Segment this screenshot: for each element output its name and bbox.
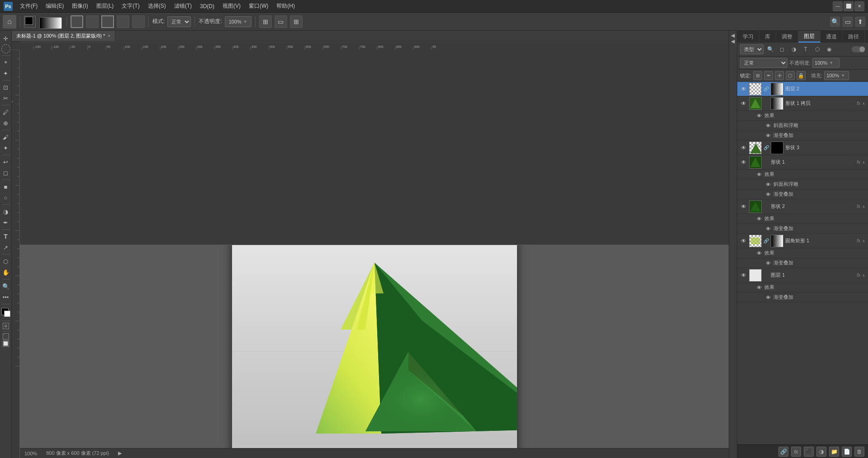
pixel-filter-icon[interactable]: ◻	[777, 44, 787, 54]
background-swatch[interactable]	[4, 311, 10, 317]
shape-tool[interactable]: ⬡	[1, 256, 11, 266]
layers-filter-select[interactable]: 类型	[740, 44, 764, 54]
lock-artboard-btn[interactable]: ⬡	[786, 71, 795, 80]
eye-bevel-shape1[interactable]: 👁	[764, 181, 772, 188]
eye-shape1copy[interactable]: 👁	[740, 100, 747, 107]
move-tool[interactable]: ✛	[1, 33, 11, 43]
add-layer-btn[interactable]: 📄	[842, 447, 852, 457]
tab-layers[interactable]: 图层	[798, 31, 821, 42]
gradient-effect-shape1copy[interactable]: 👁 渐变叠加	[737, 131, 868, 141]
document-tab[interactable]: 未标题-1 @ 100% (图层 2, 图层蒙版/8) * ×	[12, 31, 115, 41]
eraser-tool[interactable]: ◻	[1, 168, 11, 178]
arrange-btn[interactable]: ⊞	[259, 15, 272, 28]
tab-close-btn[interactable]: ×	[108, 33, 110, 38]
add-group-btn[interactable]: 📁	[829, 447, 839, 457]
chevron-rounded-rect1[interactable]: ∧	[862, 239, 865, 243]
lock-move-btn[interactable]: ✛	[775, 71, 784, 80]
menu-3d[interactable]: 3D(D)	[196, 2, 218, 11]
eye-gradient-shape1[interactable]: 👁	[764, 191, 772, 198]
brush-tool[interactable]: 🖌	[1, 132, 11, 142]
chevron-layer1[interactable]: ∧	[862, 273, 865, 278]
smart-filter-icon[interactable]: ◉	[824, 44, 834, 54]
layer-search-icon[interactable]: 🔍	[765, 44, 775, 54]
canvas-extra[interactable]: ▶	[118, 450, 122, 456]
dodge-tool[interactable]: ◑	[1, 207, 11, 217]
more-tool[interactable]: •••	[1, 292, 11, 302]
mode-select[interactable]: 正常	[167, 16, 191, 27]
eye-layer1[interactable]: 👁	[740, 272, 747, 279]
crop-tool[interactable]: ⊡	[1, 82, 11, 92]
eye-gradient-shape1copy[interactable]: 👁	[764, 132, 772, 139]
layer-row-shape1[interactable]: 👁 形状 1 fx ∧	[737, 155, 868, 170]
effect-row-layer1-header[interactable]: 👁 效果	[737, 283, 868, 293]
layout-btn[interactable]: ▭	[843, 17, 853, 27]
eye-effect-shape1copy[interactable]: 👁	[755, 112, 763, 119]
layer-row-layer2[interactable]: 👁 🔗 图层 2	[737, 82, 868, 96]
eye-shape3[interactable]: 👁	[740, 144, 747, 151]
shape-fixed-btn[interactable]	[86, 15, 99, 28]
menu-text[interactable]: 文字(T)	[118, 1, 143, 11]
slice-tool[interactable]: ✂	[1, 93, 11, 103]
gradient-effect-shape1[interactable]: 👁 渐变叠加	[737, 189, 868, 199]
shape-tall-btn[interactable]	[132, 15, 145, 28]
history-brush-tool[interactable]: ↩	[1, 157, 11, 167]
pen-tool[interactable]: ✒	[1, 217, 11, 227]
screen-mode-btn[interactable]: ▭	[275, 15, 287, 28]
home-button[interactable]: ⌂	[3, 15, 16, 28]
chevron-shape1[interactable]: ∧	[862, 160, 865, 165]
close-button[interactable]: ✕	[854, 1, 864, 11]
maximize-button[interactable]: ⬜	[844, 1, 854, 11]
tab-channels[interactable]: 通道	[821, 31, 843, 42]
layer-row-shape2[interactable]: 👁 形状 2 fx ∧	[737, 199, 868, 214]
share-btn[interactable]: ⬆	[855, 17, 865, 27]
screen-mode-icon[interactable]: ⬛	[3, 333, 9, 340]
eye-rounded-rect1[interactable]: 👁	[740, 237, 747, 245]
shape-outline-btn[interactable]	[101, 15, 114, 28]
chevron-shape2[interactable]: ∧	[862, 204, 865, 209]
effect-row-roundedrect1-header[interactable]: 👁 效果	[737, 248, 868, 258]
bevel-effect-shape1[interactable]: 👁 斜面和浮雕	[737, 179, 868, 189]
lock-pixels-btn[interactable]: ⊞	[753, 71, 762, 80]
filter-toggle[interactable]	[852, 46, 865, 52]
eye-shape1[interactable]: 👁	[740, 159, 747, 166]
color-swatch[interactable]	[1, 308, 10, 317]
menu-filter[interactable]: 滤镜(T)	[171, 1, 195, 11]
eyedropper-tool[interactable]: 🖊	[1, 107, 11, 117]
chevron-shape1copy[interactable]: ∧	[862, 101, 865, 106]
eye-gradient-shape2[interactable]: 👁	[764, 225, 772, 232]
stamp-tool[interactable]: ✦	[1, 143, 11, 153]
delete-layer-btn[interactable]: 🗑	[854, 447, 864, 457]
fullscreen-icon[interactable]: ⬜	[3, 340, 9, 347]
menu-edit[interactable]: 编辑(E)	[42, 1, 67, 11]
lock-paint-btn[interactable]: ✒	[764, 71, 773, 80]
eye-gradient-roundedrect1[interactable]: 👁	[764, 260, 772, 267]
eye-effect-shape2[interactable]: 👁	[755, 215, 763, 222]
tab-learn[interactable]: 学习	[737, 31, 759, 42]
effect-row-shape2-header[interactable]: 👁 效果	[737, 214, 868, 224]
eye-shape2[interactable]: 👁	[740, 203, 747, 210]
blur-tool[interactable]: ○	[1, 193, 11, 203]
text-tool[interactable]: T	[1, 231, 11, 241]
tab-adjustments[interactable]: 调整	[776, 31, 798, 42]
shape-wide-btn[interactable]	[117, 15, 129, 28]
menu-window[interactable]: 窗口(W)	[245, 1, 272, 11]
menu-layer[interactable]: 图层(L)	[93, 1, 118, 11]
blend-mode-select[interactable]: 正常	[740, 58, 787, 68]
minimize-button[interactable]: —	[833, 1, 843, 11]
layer-row-shape3[interactable]: 👁 🔗 形状 3	[737, 141, 868, 155]
extra-btn[interactable]: ⊞	[290, 15, 303, 28]
link-layers-btn[interactable]: 🔗	[778, 447, 788, 457]
effect-row-shape1-header[interactable]: 👁 效果	[737, 170, 868, 179]
layer-row-layer1[interactable]: 👁 图层 1 fx ∧	[737, 268, 868, 283]
gradient-effect-layer1[interactable]: 👁 渐变叠加	[737, 293, 868, 302]
magic-wand-tool[interactable]: ✦	[1, 68, 11, 78]
canvas-scroll[interactable]	[20, 245, 729, 448]
bevel-effect-shape1copy[interactable]: 👁 斜面和浮雕	[737, 121, 868, 131]
zoom-tool[interactable]: 🔍	[1, 281, 11, 291]
tab-paths[interactable]: 路径	[843, 31, 865, 42]
shape-filter-icon[interactable]: ⬡	[812, 44, 822, 54]
fill-value[interactable]: 100% ▼	[824, 71, 849, 80]
lasso-tool[interactable]: ⌖	[1, 57, 11, 67]
path-select-tool[interactable]: ↗	[1, 242, 11, 252]
quick-mask-btn[interactable]: ⊙	[3, 323, 9, 329]
